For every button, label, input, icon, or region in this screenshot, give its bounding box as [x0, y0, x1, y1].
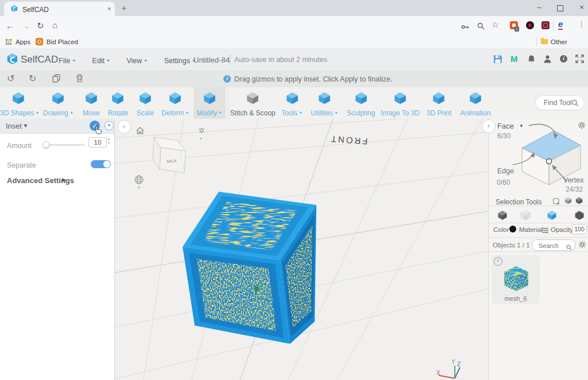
search-icon	[571, 99, 579, 109]
menu-edit[interactable]: Edit▼	[92, 57, 110, 65]
password-key-icon[interactable]	[461, 22, 469, 33]
chevron-down-icon[interactable]: ▼	[23, 123, 28, 129]
reload-icon[interactable]: ↻	[37, 20, 44, 32]
tools-icon	[285, 98, 300, 107]
chevron-down-icon[interactable]: ▼	[137, 186, 141, 189]
mesh-cube[interactable]	[183, 192, 316, 344]
3d-viewport[interactable]: FRONT BACK X Y Z	[115, 119, 488, 380]
notifications-bell-icon[interactable]	[527, 55, 536, 66]
shaded-mode-icon[interactable]	[546, 210, 558, 223]
amount-slider-handle[interactable]	[42, 141, 49, 148]
tab-close-icon[interactable]: ×	[107, 5, 111, 12]
solid-mode-icon[interactable]	[497, 210, 508, 223]
divider	[489, 205, 588, 206]
title-divider	[230, 55, 230, 64]
save-icon[interactable]	[493, 55, 502, 66]
extension2-icon[interactable]: K	[526, 21, 534, 29]
extension3-icon[interactable]	[541, 21, 550, 29]
chrome-menu-icon[interactable]: ⋮	[578, 20, 585, 28]
sphere-mode-icon[interactable]	[574, 210, 585, 223]
color-swatch[interactable]	[509, 226, 516, 232]
bookmark-apps[interactable]: Apps	[16, 36, 30, 48]
home-icon[interactable]: ⌂	[52, 19, 57, 32]
gear-icon[interactable]	[578, 241, 586, 251]
find-tool-search[interactable]	[535, 95, 585, 110]
grid-settings-globe-icon[interactable]	[134, 175, 144, 187]
selection-mode-vertex[interactable]: Vertex	[563, 176, 583, 184]
chevron-down-icon[interactable]: ▼	[199, 137, 203, 141]
menu-settings[interactable]: Settings▼	[164, 57, 196, 65]
object-search[interactable]	[532, 239, 575, 251]
scale-icon	[138, 98, 153, 107]
object-card-mesh6[interactable]: ✓ mesh_6	[492, 255, 540, 304]
chevron-down-icon: ▼	[144, 59, 148, 63]
menu-file[interactable]: File▼	[59, 57, 76, 65]
browser-tab[interactable]: SelfCAD ×	[4, 2, 115, 16]
new-tab-icon[interactable]: +	[122, 3, 126, 13]
wireframe-mode-icon[interactable]	[520, 210, 531, 223]
gear-icon[interactable]	[578, 121, 586, 131]
camera-gizmo-icon[interactable]	[198, 127, 206, 138]
selection-mode-face[interactable]: Face	[497, 122, 514, 130]
back-icon[interactable]: ←	[6, 20, 14, 32]
delete-trash-icon[interactable]	[76, 73, 83, 85]
redo-icon[interactable]: ↻	[29, 73, 36, 84]
info-icon[interactable]: i	[560, 55, 567, 63]
ghost-cube[interactable]: BACK	[153, 137, 185, 173]
vertex-count: 24/32	[566, 185, 583, 193]
chevron-down-icon[interactable]: ▼	[519, 123, 524, 129]
bookmark-star-icon[interactable]: ☆	[492, 20, 499, 29]
tool-deform[interactable]: Deform▼	[160, 87, 191, 119]
opacity-label: Opacity	[551, 226, 573, 233]
bookmark-bid-placed[interactable]: Bid Placed	[47, 36, 78, 48]
document-title[interactable]: Untitled-84	[194, 56, 230, 64]
window-close-button[interactable]: ×	[572, 0, 588, 15]
drawing-icon	[51, 98, 65, 107]
apps-grid-icon[interactable]	[6, 39, 11, 45]
tool-animation[interactable]: Animation	[458, 87, 493, 119]
collapse-left-panel-icon[interactable]: ‹	[117, 120, 131, 134]
3d-shapes-icon	[11, 98, 26, 107]
forward-icon[interactable]: →	[21, 20, 30, 32]
selection-mode-edge[interactable]: Edge	[497, 167, 514, 175]
tool-modify[interactable]: Modify▼	[194, 87, 226, 119]
extension-e-icon[interactable]: e	[558, 20, 563, 30]
tool-utilities[interactable]: Utilities▼	[307, 87, 342, 119]
object-search-input[interactable]	[537, 242, 566, 250]
undo-icon[interactable]: ↺	[7, 73, 14, 84]
tool-3d-shapes[interactable]: 3D Shapes▼	[0, 87, 37, 119]
chevron-right-icon[interactable]: ▶	[62, 177, 66, 183]
tool-tools[interactable]: Tools▼	[280, 87, 305, 119]
material-icon[interactable]	[541, 226, 549, 236]
cancel-button[interactable]: ×	[105, 121, 114, 130]
tool-sculpting[interactable]: Sculpting	[345, 87, 378, 119]
extension1-icon[interactable]: 1	[510, 21, 518, 29]
account-person-icon[interactable]	[543, 55, 552, 66]
menu-view[interactable]: View▼	[126, 57, 148, 65]
home-view-icon[interactable]	[136, 126, 145, 137]
window-minimize-button[interactable]: –	[529, 0, 549, 15]
fullscreen-icon[interactable]	[575, 55, 584, 65]
copy-icon[interactable]	[52, 74, 60, 85]
object-selected-check-icon[interactable]: ✓	[494, 257, 502, 266]
zoom-glass-icon[interactable]	[477, 22, 485, 32]
chevron-down-icon: ▼	[106, 59, 110, 63]
selection-tools-label: Selection Tools	[496, 198, 542, 206]
mymini-m-icon[interactable]: M	[510, 54, 518, 64]
opacity-input[interactable]: 100	[572, 224, 587, 234]
tool-rotate[interactable]: Rotate	[105, 87, 130, 119]
tool-3d-print[interactable]: 3D Print	[423, 87, 455, 119]
amount-input[interactable]: 10	[88, 137, 107, 148]
tool-stitch-scoop[interactable]: Stitch & Scoop	[228, 87, 277, 119]
box-select-icon[interactable]	[553, 197, 560, 208]
tool-move[interactable]: Move	[80, 87, 103, 119]
tool-scale[interactable]: Scale	[133, 87, 157, 119]
stepper-up-icon: ▲	[107, 138, 110, 141]
tool-image-to-3d[interactable]: Image To 3D	[380, 87, 420, 119]
window-maximize-button[interactable]	[557, 5, 563, 11]
amount-stepper[interactable]: ▲ ▼	[107, 138, 110, 145]
tool-drawing[interactable]: Drawing▼	[39, 87, 77, 119]
sculpting-icon	[354, 98, 369, 107]
separate-toggle[interactable]	[91, 160, 111, 168]
inset-gizmo-dot[interactable]	[254, 286, 259, 291]
